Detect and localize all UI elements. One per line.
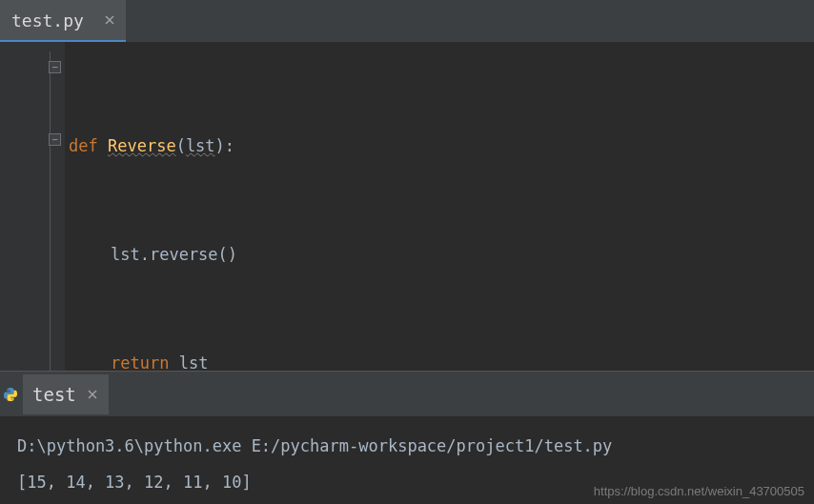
close-icon[interactable] <box>103 13 116 27</box>
command-line: D:\python3.6\python.exe E:/pycharm-works… <box>17 428 797 464</box>
run-tab[interactable]: test <box>23 374 109 414</box>
tab-filename: test.py <box>11 10 84 30</box>
watermark: https://blog.csdn.net/weixin_43700505 <box>594 484 804 498</box>
fold-icon[interactable]: − <box>49 133 61 146</box>
code-area[interactable]: def Reverse(lst): lst.reverse() return l… <box>65 42 361 371</box>
code-editor[interactable]: − − def Reverse(lst): lst.reverse() retu… <box>0 42 814 371</box>
editor-gutter: − − <box>0 42 65 371</box>
code-line: lst.reverse() <box>65 236 361 272</box>
python-icon <box>4 388 17 401</box>
editor-tab-bar: test.py <box>0 0 814 42</box>
editor-tab[interactable]: test.py <box>0 0 126 42</box>
code-line: def Reverse(lst): <box>65 128 361 164</box>
fold-icon[interactable]: − <box>49 61 61 73</box>
code-line: return lst <box>65 345 361 381</box>
close-icon[interactable] <box>86 388 99 401</box>
run-config-name: test <box>32 384 76 405</box>
